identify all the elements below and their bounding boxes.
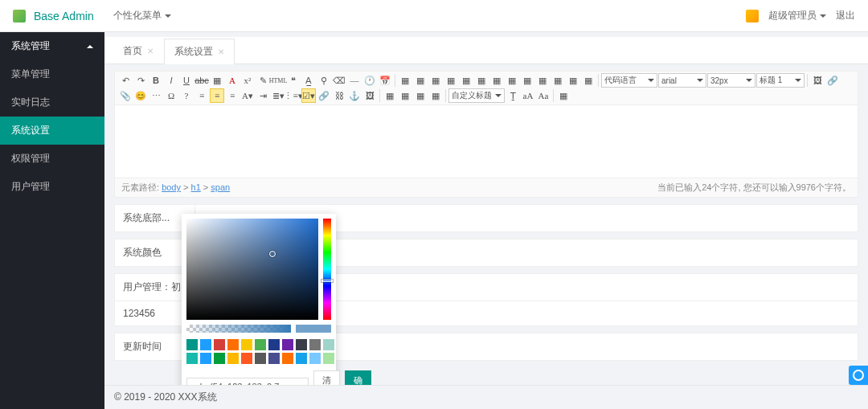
italic-icon[interactable]: I xyxy=(164,73,178,88)
swatch[interactable] xyxy=(282,339,293,350)
grid2-icon[interactable]: ▦ xyxy=(398,88,412,103)
eraser-icon[interactable]: ✎ xyxy=(256,73,270,88)
tab-home[interactable]: 首页 ✕ xyxy=(113,38,164,63)
swatch[interactable] xyxy=(268,339,280,350)
sup-icon[interactable]: x² xyxy=(240,73,255,88)
swatch[interactable] xyxy=(227,339,239,350)
select-size[interactable]: 32px xyxy=(707,73,755,88)
img2-icon[interactable]: 🖼 xyxy=(362,88,377,103)
undo-icon[interactable]: ↶ xyxy=(118,73,133,88)
swatch[interactable] xyxy=(214,339,225,350)
select-code-lang[interactable]: 代码语言 xyxy=(601,73,657,88)
omega-icon[interactable]: Ω xyxy=(164,88,178,103)
align-right-icon[interactable]: ≡ xyxy=(225,88,240,103)
color-value-input[interactable] xyxy=(186,378,309,385)
fontcolor2-icon[interactable]: A▾ xyxy=(240,88,255,103)
select-font[interactable]: arial xyxy=(658,73,706,88)
editor-content[interactable] xyxy=(115,105,858,178)
top-menu-personalize[interactable]: 个性化菜单 xyxy=(113,9,171,22)
image-icon[interactable]: 🖼 xyxy=(810,73,825,88)
tbl2-icon[interactable]: ▦ xyxy=(413,73,428,88)
grid4-icon[interactable]: ▦ xyxy=(428,88,443,103)
html-icon[interactable]: HTML xyxy=(271,73,285,88)
emoji-icon[interactable]: 😊 xyxy=(133,88,148,103)
swatch[interactable] xyxy=(241,339,252,350)
tbl11-icon[interactable]: ▦ xyxy=(551,73,565,88)
swatch[interactable] xyxy=(296,353,307,364)
link-icon[interactable]: 🔗 xyxy=(825,73,840,88)
alpha-slider[interactable] xyxy=(186,325,291,333)
sidebar-item-menu-manage[interactable]: 菜单管理 xyxy=(0,60,104,88)
unlink-icon[interactable]: ⛓ xyxy=(332,88,346,103)
help-icon[interactable]: ? xyxy=(179,88,194,103)
swatch[interactable] xyxy=(241,353,252,364)
path-body[interactable]: body xyxy=(162,182,181,192)
swatch[interactable] xyxy=(214,353,225,364)
swatch[interactable] xyxy=(200,339,211,350)
swatch[interactable] xyxy=(309,353,321,364)
ul-icon[interactable]: ⋮≡▾ xyxy=(286,88,301,103)
fontcase-icon[interactable]: A̲ xyxy=(301,73,316,88)
sidebar-item-realtime-log[interactable]: 实时日志 xyxy=(0,88,104,117)
avatar[interactable] xyxy=(746,10,759,22)
align-center-icon[interactable]: ≡ xyxy=(210,88,224,103)
brand-link[interactable]: Base Admin xyxy=(34,10,94,22)
swatch[interactable] xyxy=(282,353,293,364)
sv-cursor[interactable] xyxy=(269,251,276,257)
float-help-button[interactable] xyxy=(849,366,868,385)
grid3-icon[interactable]: ▦ xyxy=(413,88,428,103)
saturation-panel[interactable] xyxy=(186,219,318,320)
swatch[interactable] xyxy=(323,339,334,350)
quote-icon[interactable]: ❝ xyxy=(286,73,301,88)
date-icon[interactable]: 📅 xyxy=(378,73,392,88)
sidebar-item-permission[interactable]: 权限管理 xyxy=(0,145,104,173)
tbl4-icon[interactable]: ▦ xyxy=(444,73,458,88)
swatch[interactable] xyxy=(200,353,211,364)
select-paragraph[interactable]: 自定义标题 xyxy=(448,88,505,103)
tbl3-icon[interactable]: ▦ xyxy=(428,73,443,88)
anchor2-icon[interactable]: ⚓ xyxy=(347,88,362,103)
anchor-icon[interactable]: ⚲ xyxy=(317,73,331,88)
tbl12-icon[interactable]: ▦ xyxy=(566,73,580,88)
time-icon[interactable]: 🕐 xyxy=(362,73,377,88)
path-h1[interactable]: h1 xyxy=(191,182,201,192)
sidebar-item-system-settings[interactable]: 系统设置 xyxy=(0,117,104,145)
tbl7-icon[interactable]: ▦ xyxy=(489,73,504,88)
more-icon[interactable]: ⋯ xyxy=(149,88,163,103)
swatch[interactable] xyxy=(309,339,321,350)
swatch[interactable] xyxy=(323,353,334,364)
swatch[interactable] xyxy=(255,339,266,350)
sidebar-item-system-manage[interactable]: 系统管理 xyxy=(0,32,104,60)
select-heading[interactable]: 标题 1 xyxy=(756,73,805,88)
swatch[interactable] xyxy=(227,353,239,364)
tbl13-icon[interactable]: ▦ xyxy=(581,73,596,88)
tbl9-icon[interactable]: ▦ xyxy=(520,73,534,88)
style3-icon[interactable]: Aa xyxy=(536,88,551,103)
indent-icon[interactable]: ⇥ xyxy=(256,88,270,103)
underline-icon[interactable]: U xyxy=(179,73,194,88)
align-left-icon[interactable]: ≡ xyxy=(194,88,209,103)
path-span[interactable]: span xyxy=(211,182,230,192)
cal-icon[interactable]: ▦ xyxy=(556,88,571,103)
strike-icon[interactable]: abc xyxy=(194,73,209,88)
grid1-icon[interactable]: ▦ xyxy=(383,88,397,103)
hr-icon[interactable]: — xyxy=(347,73,362,88)
redo-icon[interactable]: ↷ xyxy=(133,73,148,88)
close-icon[interactable]: ✕ xyxy=(218,47,224,56)
link2-icon[interactable]: 🔗 xyxy=(317,88,331,103)
hue-cursor[interactable] xyxy=(321,280,333,282)
border-icon[interactable]: ▦ xyxy=(210,73,224,88)
bold-icon[interactable]: B xyxy=(149,73,163,88)
tbl1-icon[interactable]: ▦ xyxy=(398,73,412,88)
swatch[interactable] xyxy=(255,353,266,364)
user-menu[interactable]: 超级管理员 xyxy=(768,9,826,22)
clear-icon[interactable]: ⌫ xyxy=(332,73,346,88)
tab-system-settings[interactable]: 系统设置 ✕ xyxy=(164,39,235,64)
attach-icon[interactable]: 📎 xyxy=(118,88,133,103)
swatch[interactable] xyxy=(186,353,198,364)
confirm-button[interactable]: 确定 xyxy=(345,370,371,385)
style2-icon[interactable]: aA xyxy=(521,88,535,103)
clear-button[interactable]: 清空 xyxy=(313,370,340,385)
tbl8-icon[interactable]: ▦ xyxy=(505,73,519,88)
swatch[interactable] xyxy=(268,353,280,364)
